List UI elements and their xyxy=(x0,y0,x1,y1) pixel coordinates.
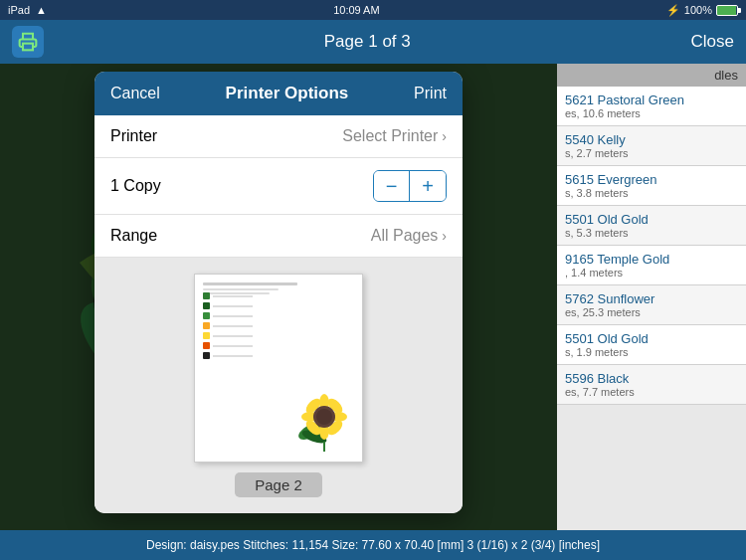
copies-row: 1 Copy − + xyxy=(94,158,463,215)
bottom-status-bar: Design: daisy.pes Stitches: 11,154 Size:… xyxy=(0,530,746,560)
dialog-body: Printer Select Printer › 1 Copy − + xyxy=(94,115,463,258)
thread-detail: s, 1.9 meters xyxy=(565,346,738,358)
decrease-copies-button[interactable]: − xyxy=(374,171,410,201)
copies-stepper: − + xyxy=(373,170,447,202)
list-item[interactable]: 5615 Evergreen s, 3.8 meters xyxy=(557,166,746,206)
thread-detail: , 1.4 meters xyxy=(565,267,738,279)
printer-value[interactable]: Select Printer › xyxy=(342,127,447,145)
thread-detail: es, 10.6 meters xyxy=(565,107,738,119)
preview-area: Page 2 xyxy=(94,258,463,513)
sidebar-header: dles xyxy=(557,64,746,87)
thread-name: 5615 Evergreen xyxy=(565,172,738,187)
range-row: Range All Pages › xyxy=(94,215,463,258)
list-item[interactable]: 5762 Sunflower es, 25.3 meters xyxy=(557,285,746,325)
thread-name: 5540 Kelly xyxy=(565,132,738,147)
design-info-text: Design: daisy.pes Stitches: 11,154 Size:… xyxy=(146,538,600,552)
dialog-header: Cancel Printer Options Print xyxy=(94,72,463,115)
thread-name: 5501 Old Gold xyxy=(565,212,738,227)
nav-bar: Page 1 of 3 Close xyxy=(0,20,746,64)
thread-detail: s, 3.8 meters xyxy=(565,187,738,199)
sidebar: dles 5621 Pastoral Green es, 10.6 meters… xyxy=(557,64,746,530)
list-item[interactable]: 5501 Old Gold s, 5.3 meters xyxy=(557,206,746,246)
svg-rect-0 xyxy=(23,44,33,51)
increase-copies-button[interactable]: + xyxy=(410,171,446,201)
thread-name: 5596 Black xyxy=(565,371,738,386)
preview-page xyxy=(194,274,363,463)
thread-name: 9165 Temple Gold xyxy=(565,252,738,267)
printer-options-dialog: Cancel Printer Options Print Printer Sel… xyxy=(94,72,463,513)
thread-name: 5501 Old Gold xyxy=(565,331,738,346)
status-bar: iPad ▲ 10:09 AM ⚡ 100% xyxy=(0,0,746,20)
page-title: Page 1 of 3 xyxy=(324,32,411,52)
printer-label: Printer xyxy=(110,127,157,145)
range-value-text: All Pages xyxy=(371,227,439,245)
list-item[interactable]: 9165 Temple Gold , 1.4 meters xyxy=(557,246,746,285)
range-value[interactable]: All Pages › xyxy=(371,227,447,245)
list-item[interactable]: 5501 Old Gold s, 1.9 meters xyxy=(557,325,746,365)
thread-detail: s, 5.3 meters xyxy=(565,227,738,239)
select-printer-text: Select Printer xyxy=(342,127,438,145)
dialog-title: Printer Options xyxy=(226,84,349,103)
list-item[interactable]: 5596 Black es, 7.7 meters xyxy=(557,365,746,405)
bluetooth-icon: ⚡ xyxy=(666,4,680,17)
status-right: ⚡ 100% xyxy=(666,4,738,17)
cancel-button[interactable]: Cancel xyxy=(110,85,160,102)
list-item[interactable]: 5621 Pastoral Green es, 10.6 meters xyxy=(557,87,746,126)
dialog-overlay: Cancel Printer Options Print Printer Sel… xyxy=(0,64,557,530)
wifi-icon: ▲ xyxy=(36,4,47,16)
page-number-label: Page 2 xyxy=(235,472,322,497)
printer-row: Printer Select Printer › xyxy=(94,115,463,158)
battery-icon xyxy=(716,5,738,16)
time-label: 10:09 AM xyxy=(333,4,379,16)
range-label: Range xyxy=(110,227,157,245)
battery-label: 100% xyxy=(684,4,712,16)
dialog-print-button[interactable]: Print xyxy=(414,85,447,102)
status-left: iPad ▲ xyxy=(8,4,47,16)
print-icon-button[interactable] xyxy=(12,26,44,58)
thread-name: 5762 Sunflower xyxy=(565,291,738,306)
list-item[interactable]: 5540 Kelly s, 2.7 meters xyxy=(557,126,746,166)
embroidery-background: Cancel Printer Options Print Printer Sel… xyxy=(0,64,557,530)
printer-chevron-icon: › xyxy=(442,128,447,144)
thread-detail: s, 2.7 meters xyxy=(565,147,738,159)
range-chevron-icon: › xyxy=(442,228,447,244)
thread-name: 5621 Pastoral Green xyxy=(565,93,738,107)
svg-point-34 xyxy=(316,409,332,425)
thread-detail: es, 7.7 meters xyxy=(565,386,738,398)
carrier-label: iPad xyxy=(8,4,30,16)
main-content: Cancel Printer Options Print Printer Sel… xyxy=(0,64,746,530)
close-button[interactable]: Close xyxy=(691,32,734,52)
copies-label: 1 Copy xyxy=(110,177,161,195)
thread-detail: es, 25.3 meters xyxy=(565,306,738,318)
